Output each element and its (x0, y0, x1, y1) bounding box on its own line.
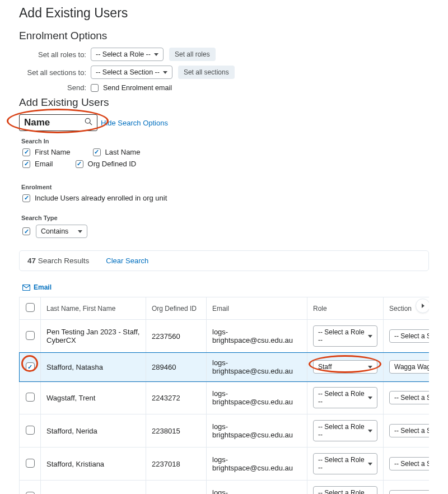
row-checkbox[interactable] (26, 331, 35, 340)
table-row: Pen Testing Jan 2023 - Staff, CyberCX223… (20, 320, 430, 353)
chevron-down-icon (78, 230, 82, 233)
role-select[interactable]: -- Select a Role -- (313, 325, 377, 347)
section-value: -- Select a Sectio (394, 460, 429, 468)
svg-line-1 (90, 123, 92, 125)
chevron-down-icon (163, 71, 167, 74)
search-type-value: Contains (41, 227, 68, 235)
section-value: -- Select a Sectio (394, 332, 429, 340)
cell-name: Pen Testing Jan 2023 - Staff, CyberCX (41, 320, 146, 353)
section-select[interactable]: -- Select a Sectio (389, 457, 429, 470)
cell-email: logs-brightspace@csu.edu.au (207, 414, 307, 448)
col-name[interactable]: Last Name, First Name (41, 297, 146, 320)
scroll-right-button[interactable] (416, 299, 429, 313)
add-existing-heading: Add Existing Users (19, 96, 429, 109)
cell-email: logs-brightspace@csu.edu.au (207, 381, 307, 414)
cell-org: 2238015 (146, 414, 207, 448)
clear-search-link[interactable]: Clear Search (106, 257, 148, 265)
table-row: Test, staff2086401logs-brightspace@csu.e… (20, 481, 430, 495)
email-action[interactable]: Email (22, 283, 429, 291)
chevron-down-icon (368, 463, 372, 465)
search-type-checkbox[interactable] (22, 227, 30, 235)
row-checkbox[interactable] (26, 393, 35, 402)
set-all-sections-button[interactable]: Set all sections (178, 66, 235, 79)
section-value: Wagga Wagga D (394, 363, 429, 371)
role-value: -- Select a Role -- (318, 456, 368, 472)
chevron-down-icon (368, 335, 372, 338)
send-email-checkbox[interactable] (91, 84, 99, 92)
section-select[interactable]: -- Select a Sectio (389, 424, 429, 437)
cell-email: logs-brightspace@csu.edu.au (207, 353, 307, 381)
role-value: -- Select a Role -- (318, 489, 368, 494)
role-value: Staff (318, 363, 332, 371)
search-icon[interactable] (85, 117, 92, 128)
role-value: -- Select a Role -- (318, 423, 368, 439)
results-count: 47 Search Results (27, 257, 89, 265)
cell-org: 2237018 (146, 448, 207, 481)
cell-org: 289460 (146, 353, 207, 381)
search-value: Name (24, 117, 50, 128)
cell-email: logs-brightspace@csu.edu.au (207, 481, 307, 495)
email-icon (22, 285, 30, 291)
include-enrolled-checkbox[interactable] (22, 194, 30, 202)
set-roles-value: -- Select a Role -- (96, 50, 151, 58)
cell-name: Stafford, Natasha (41, 353, 146, 381)
table-row: Stafford, Kristiana2237018logs-brightspa… (20, 448, 430, 481)
role-select[interactable]: -- Select a Role -- (313, 420, 377, 441)
svg-point-0 (85, 118, 90, 123)
email-checkbox[interactable] (22, 160, 30, 168)
section-select[interactable]: -- Select a Sectio (389, 490, 429, 494)
role-select[interactable]: Staff (313, 360, 377, 374)
row-checkbox[interactable] (26, 492, 35, 495)
enrolment-filter-label: Enrolment (21, 184, 429, 190)
chevron-down-icon (368, 430, 372, 432)
search-input[interactable]: Name (19, 114, 97, 131)
search-type-label: Search Type (21, 215, 429, 221)
cell-email: logs-brightspace@csu.edu.au (207, 320, 307, 353)
role-value: -- Select a Role -- (318, 328, 368, 344)
row-checkbox[interactable] (26, 362, 35, 371)
cell-email: logs-brightspace@csu.edu.au (207, 448, 307, 481)
role-select[interactable]: -- Select a Role -- (313, 486, 377, 494)
results-bar: 47 Search Results Clear Search (19, 250, 429, 271)
set-sections-value: -- Select a Section -- (96, 68, 160, 76)
first-name-checkbox[interactable] (22, 148, 30, 156)
role-select[interactable]: -- Select a Role -- (313, 387, 377, 408)
send-label: Send: (19, 83, 86, 92)
cell-org: 2237560 (146, 320, 207, 353)
set-all-roles-button[interactable]: Set all roles (169, 48, 216, 61)
set-roles-label: Set all roles to: (19, 50, 86, 59)
set-roles-select[interactable]: -- Select a Role -- (91, 48, 164, 61)
cell-name: Stafford, Nerida (41, 414, 146, 448)
cell-org: 2086401 (146, 481, 207, 495)
col-email[interactable]: Email (207, 297, 307, 320)
results-table: Last Name, First Name Org Defined ID Ema… (19, 297, 429, 494)
cell-name: Stafford, Kristiana (41, 448, 146, 481)
chevron-down-icon (368, 397, 372, 399)
set-sections-label: Set all sections to: (19, 68, 86, 77)
role-select[interactable]: -- Select a Role -- (313, 453, 377, 474)
enrolment-options-heading: Enrolment Options (19, 30, 429, 42)
hide-search-options-link[interactable]: Hide Search Options (101, 119, 168, 127)
col-org[interactable]: Org Defined ID (146, 297, 207, 320)
table-row: Stafford, Nerida2238015logs-brightspace@… (20, 414, 430, 448)
last-name-checkbox[interactable] (93, 148, 101, 156)
cell-name: Test, staff (41, 481, 146, 495)
section-value: -- Select a Sectio (394, 427, 429, 435)
org-defined-checkbox[interactable] (76, 160, 83, 168)
section-select[interactable]: -- Select a Sectio (389, 391, 429, 404)
row-checkbox[interactable] (26, 426, 35, 435)
page-title: Add Existing Users (19, 6, 429, 21)
set-sections-select[interactable]: -- Select a Section -- (91, 66, 172, 79)
select-all-checkbox[interactable] (26, 303, 35, 312)
col-role[interactable]: Role (307, 297, 384, 320)
section-select[interactable]: Wagga Wagga D (389, 360, 429, 374)
search-type-select[interactable]: Contains (36, 225, 87, 238)
cell-name: Wagstaff, Trent (41, 381, 146, 414)
include-enrolled-text: Include Users already enrolled in org un… (35, 194, 167, 202)
search-in-label: Search In (21, 138, 429, 145)
table-row: Wagstaff, Trent2243272logs-brightspace@c… (20, 381, 430, 414)
section-select[interactable]: -- Select a Sectio (389, 329, 429, 343)
chevron-down-icon (368, 366, 372, 369)
last-name-text: Last Name (105, 148, 141, 156)
row-checkbox[interactable] (26, 459, 35, 468)
